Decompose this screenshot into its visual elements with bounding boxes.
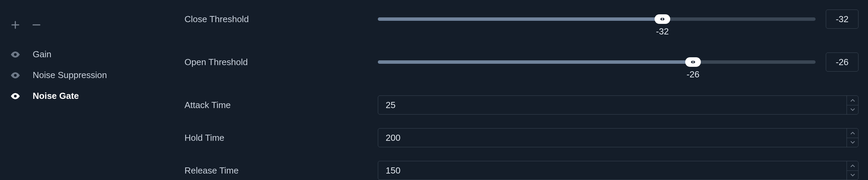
release-time-row: Release Time <box>174 161 858 180</box>
open-threshold-control: -26 -26 <box>378 52 858 72</box>
filter-tools <box>10 20 174 29</box>
spinner-up-button[interactable] <box>847 129 858 138</box>
attack-time-label: Attack Time <box>174 100 378 110</box>
spinner-buttons <box>847 96 858 114</box>
chevron-left-icon <box>691 60 693 64</box>
release-time-label: Release Time <box>174 165 378 176</box>
visibility-icon[interactable] <box>10 72 20 78</box>
close-threshold-row: Close Threshold -32 -32 <box>174 10 858 29</box>
slider-thumb[interactable] <box>655 14 670 24</box>
svg-point-1 <box>14 74 17 77</box>
chevron-left-icon <box>660 17 662 21</box>
open-threshold-row: Open Threshold -26 -26 <box>174 52 858 72</box>
close-threshold-control: -32 -32 <box>378 10 858 29</box>
filter-list: Gain Noise Suppression Noise Gate <box>10 49 174 101</box>
spinner-buttons <box>847 129 858 147</box>
slider-value-label: -26 <box>687 69 700 80</box>
hold-time-row: Hold Time <box>174 128 858 147</box>
noise-gate-settings: Close Threshold -32 -32 Open Threshold <box>174 0 868 180</box>
hold-time-label: Hold Time <box>174 133 378 143</box>
slider-value-label: -32 <box>656 26 669 37</box>
open-threshold-value[interactable]: -26 <box>826 52 858 72</box>
attack-time-spinner <box>378 95 858 115</box>
open-threshold-label: Open Threshold <box>174 57 378 68</box>
release-time-input[interactable] <box>378 161 847 180</box>
filter-sidebar: Gain Noise Suppression Noise Gate <box>0 0 174 180</box>
audio-filter-panel: Gain Noise Suppression Noise Gate Close … <box>0 0 868 180</box>
filter-label: Noise Suppression <box>33 70 107 80</box>
spinner-up-button[interactable] <box>847 161 858 171</box>
slider-thumb[interactable] <box>685 57 701 67</box>
chevron-right-icon <box>693 60 695 64</box>
spinner-down-button[interactable] <box>847 138 858 147</box>
open-threshold-slider[interactable]: -26 <box>378 60 816 64</box>
filter-item-noise-gate[interactable]: Noise Gate <box>10 91 174 101</box>
remove-filter-button[interactable] <box>32 20 41 29</box>
visibility-icon[interactable] <box>10 51 20 58</box>
spinner-up-button[interactable] <box>847 96 858 105</box>
chevron-right-icon <box>663 17 665 21</box>
add-filter-button[interactable] <box>11 20 20 29</box>
attack-time-input[interactable] <box>378 96 847 114</box>
filter-label: Noise Gate <box>33 91 79 101</box>
spinner-down-button[interactable] <box>847 105 858 115</box>
svg-point-2 <box>14 95 17 97</box>
filter-item-noise-suppression[interactable]: Noise Suppression <box>10 70 174 80</box>
filter-item-gain[interactable]: Gain <box>10 49 174 60</box>
attack-time-row: Attack Time <box>174 95 858 115</box>
visibility-icon[interactable] <box>10 93 20 99</box>
svg-point-0 <box>14 53 17 56</box>
slider-fill <box>378 60 693 64</box>
close-threshold-slider[interactable]: -32 <box>378 17 816 21</box>
close-threshold-label: Close Threshold <box>174 14 378 25</box>
slider-fill <box>378 17 662 21</box>
hold-time-input[interactable] <box>378 129 847 147</box>
filter-label: Gain <box>33 49 51 60</box>
spinner-buttons <box>847 161 858 180</box>
close-threshold-value[interactable]: -32 <box>826 10 858 29</box>
hold-time-spinner <box>378 128 858 147</box>
release-time-spinner <box>378 161 858 180</box>
spinner-down-button[interactable] <box>847 171 858 180</box>
